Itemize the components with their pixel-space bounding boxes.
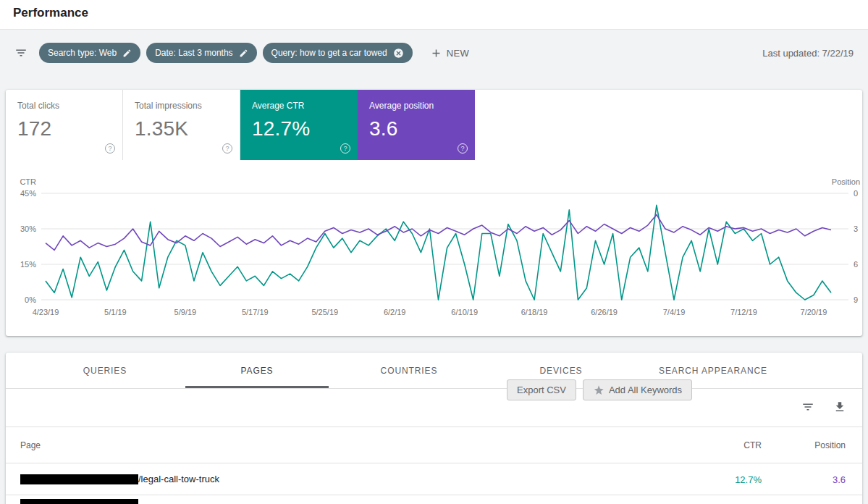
svg-text:Position: Position [832,177,860,186]
svg-text:CTR: CTR [20,177,36,186]
svg-text:4/23/19: 4/23/19 [33,308,59,316]
add-all-keywords-button[interactable]: Add All Keywords [583,379,692,400]
performance-line-chart: 45%030%315%60%9CTRPosition4/23/195/1/195… [6,177,862,333]
metric-average-position[interactable]: Average position 3.6 ? [358,90,475,160]
metric-average-ctr[interactable]: Average CTR 12.7% ? [240,90,358,160]
position-value: 3.6 [833,474,846,485]
filter-chip-label: Query: how to get a car towed [271,48,387,58]
search-console-performance-page: Performance Search type: Web Date: Last … [0,0,868,504]
table-filter-icon[interactable] [801,400,814,413]
filter-chip-label: Date: Last 3 months [155,48,232,58]
metric-tiles: Total clicks 172 ? Total impressions 1.3… [6,90,862,160]
ctr-value: 12.7% [735,474,762,485]
metric-value: 172 [17,117,111,140]
svg-text:7/20/19: 7/20/19 [801,308,827,316]
download-icon[interactable] [833,400,846,413]
redacted-domain [20,499,138,504]
export-csv-label: Export CSV [517,385,566,395]
help-icon[interactable]: ? [105,143,115,154]
filter-chip-search-type[interactable]: Search type: Web [39,43,140,63]
metric-total-impressions[interactable]: Total impressions 1.35K ? [123,90,240,160]
table-row[interactable]: /legal-call-tow-truck 12.7% 3.6 [6,463,862,495]
redacted-domain [20,474,138,484]
help-icon[interactable]: ? [222,143,232,154]
help-icon[interactable]: ? [458,143,468,154]
tab-countries[interactable]: COUNTRIES [333,353,485,388]
svg-text:5/17/19: 5/17/19 [242,308,269,316]
help-icon[interactable]: ? [340,143,350,154]
page-url-cell: /legal-call-tow-truck [20,474,219,484]
svg-text:30%: 30% [20,224,36,233]
table-header: Page CTR Position [6,427,862,463]
svg-text:6/2/19: 6/2/19 [384,308,406,316]
svg-text:45%: 45% [20,189,36,198]
table-row[interactable] [6,495,862,504]
metric-total-clicks[interactable]: Total clicks 172 ? [6,90,123,160]
export-csv-button[interactable]: Export CSV [507,379,576,400]
column-header-ctr[interactable]: CTR [743,440,762,450]
svg-text:5/9/19: 5/9/19 [174,308,197,316]
extension-buttons: Export CSV Add All Keywords [507,379,692,400]
filter-icon [14,46,28,59]
svg-text:15%: 15% [20,260,36,269]
filter-chip-label: Search type: Web [48,48,117,58]
metric-value: 1.35K [135,117,228,140]
new-filter-label: NEW [447,48,470,59]
svg-text:0: 0 [854,189,858,198]
page-url-suffix: /legal-call-tow-truck [138,474,219,484]
table-toolbar: Export CSV Add All Keywords [6,389,862,427]
tab-queries[interactable]: QUERIES [29,353,181,388]
svg-text:6: 6 [854,260,858,269]
svg-text:5/25/19: 5/25/19 [311,308,338,316]
table-actions [801,400,846,413]
add-all-keywords-label: Add All Keywords [609,385,682,395]
filter-chip-date[interactable]: Date: Last 3 months [146,43,256,63]
filter-bar: Search type: Web Date: Last 3 months Que… [0,30,868,76]
column-header-page[interactable]: Page [20,440,41,450]
svg-text:7/12/19: 7/12/19 [730,308,757,316]
svg-text:9: 9 [854,295,858,304]
star-icon [593,385,604,396]
tab-pages[interactable]: PAGES [181,353,333,388]
page-url-cell [20,499,138,504]
column-header-position[interactable]: Position [814,440,846,450]
dimension-tabs: QUERIES PAGES COUNTRIES DEVICES SEARCH A… [6,353,862,389]
new-filter-button[interactable]: NEW [430,47,470,59]
top-bar: Performance [0,0,868,30]
metric-value: 3.6 [369,117,463,140]
svg-text:5/1/19: 5/1/19 [104,308,127,316]
remove-filter-icon[interactable] [393,48,404,59]
svg-text:6/10/19: 6/10/19 [451,308,478,316]
svg-text:0%: 0% [25,295,36,304]
metric-label: Average CTR [252,101,346,111]
page-title: Performance [13,6,88,20]
edit-icon [239,49,248,58]
svg-text:7/4/19: 7/4/19 [663,308,686,316]
last-updated-text: Last updated: 7/22/19 [762,48,854,59]
metric-label: Total impressions [135,101,228,111]
svg-text:3: 3 [854,224,858,233]
dimensions-table-card: QUERIES PAGES COUNTRIES DEVICES SEARCH A… [6,353,862,504]
svg-text:6/18/19: 6/18/19 [521,308,548,316]
performance-chart-card: Total clicks 172 ? Total impressions 1.3… [6,90,862,336]
metric-value: 12.7% [252,117,346,140]
svg-text:6/26/19: 6/26/19 [591,308,618,316]
filter-chip-query[interactable]: Query: how to get a car towed [263,43,413,63]
metric-label: Total clicks [17,101,111,111]
edit-icon [122,49,132,58]
metric-label: Average position [369,101,463,111]
plus-icon [430,47,442,59]
